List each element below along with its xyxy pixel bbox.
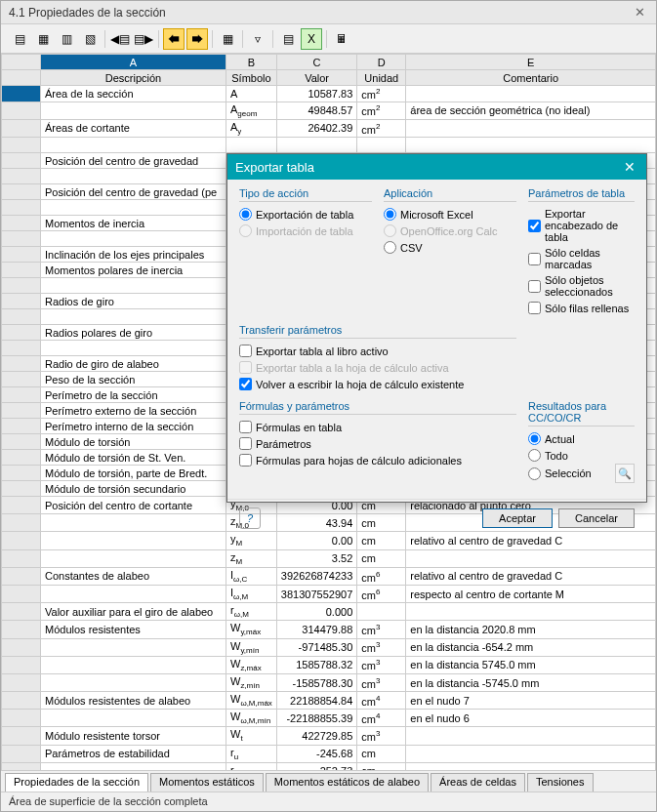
cell[interactable]: Iω,M	[226, 585, 277, 602]
cell[interactable]: Posición del centro de gravedad (pe	[41, 184, 226, 200]
cell[interactable]: cm2	[357, 86, 406, 102]
cell[interactable]: A	[226, 86, 277, 102]
cell[interactable]: 381307552907	[276, 585, 356, 602]
cell[interactable]	[357, 138, 406, 153]
cell[interactable]: 26402.39	[276, 119, 356, 137]
row-header[interactable]	[2, 466, 41, 481]
cell[interactable]: 3.52	[276, 549, 356, 567]
cell[interactable]: cm2	[357, 102, 406, 119]
corner-cell[interactable]	[2, 55, 41, 70]
table-row[interactable]: Áreas de cortanteAy26402.39cm2	[2, 119, 656, 137]
cell[interactable]: Wω,M,mín	[226, 710, 277, 727]
hdr-val[interactable]: Valor	[276, 70, 356, 86]
row-header[interactable]	[2, 514, 41, 532]
pick-selection-icon[interactable]: 🔍	[615, 464, 635, 483]
cell[interactable]	[41, 532, 226, 549]
table-row[interactable]: Wz,máx1585788.32cm3en la distancia 5745.…	[2, 656, 656, 673]
cell[interactable]	[406, 745, 656, 762]
cell[interactable]: cm3	[357, 621, 406, 638]
check-active-book[interactable]: Exportar tabla al libro activo	[239, 343, 516, 359]
cell[interactable]: -22188855.39	[276, 710, 356, 727]
row-header[interactable]	[2, 692, 41, 710]
row-header[interactable]	[2, 86, 41, 102]
table-row[interactable]: rM,v-252.73cm	[2, 762, 656, 770]
cell[interactable]: cm2	[357, 119, 406, 137]
cell[interactable]: Wt	[226, 727, 277, 745]
cell[interactable]	[41, 710, 226, 727]
row-header[interactable]	[2, 403, 41, 419]
row-header[interactable]	[2, 387, 41, 403]
cell[interactable]: Momentos de inercia	[41, 216, 226, 231]
check-extra-sheets[interactable]: Fórmulas para hojas de cálculo adicional…	[239, 452, 516, 468]
row-header[interactable]	[2, 119, 41, 137]
filter-icon[interactable]: ▿	[247, 28, 268, 50]
cell[interactable]: Módulos resistentes	[41, 621, 226, 638]
sheet-tab[interactable]: Momentos estáticos	[150, 773, 264, 792]
row-header[interactable]	[2, 450, 41, 466]
row-header[interactable]	[2, 200, 41, 216]
row-header[interactable]	[2, 434, 41, 450]
tb-btn-1[interactable]: ▤	[9, 28, 30, 50]
row-header[interactable]	[2, 567, 41, 585]
row-header[interactable]	[2, 762, 41, 770]
cell[interactable]	[41, 762, 226, 770]
radio-all-input[interactable]	[528, 449, 541, 462]
cell[interactable]: Wz,mín	[226, 673, 277, 691]
cell[interactable]: Wω,M,máx	[226, 692, 277, 710]
cell[interactable]: en la distancia -654.2 mm	[406, 638, 656, 656]
row-header[interactable]	[2, 169, 41, 184]
table-row[interactable]: Módulos resistentes de alabeoWω,M,máx221…	[2, 692, 656, 710]
table-row[interactable]: Módulos resistentesWy,máx314479.88cm3en …	[2, 621, 656, 638]
check-rewrite[interactable]: Volver a escribir la hoja de cálculo exi…	[239, 376, 516, 392]
check-selected[interactable]: Sólo objetos seleccionados	[528, 272, 635, 300]
cell[interactable]	[41, 102, 226, 119]
cell[interactable]: Radios de giro	[41, 294, 226, 309]
check-selected-input[interactable]	[528, 280, 541, 293]
col-B[interactable]: B	[226, 55, 277, 70]
row-header[interactable]	[2, 102, 41, 119]
cell[interactable]: cm	[357, 745, 406, 762]
row-header[interactable]	[2, 372, 41, 387]
cell[interactable]: ru	[226, 745, 277, 762]
tb-btn-3[interactable]: ▥	[56, 28, 77, 50]
table-row[interactable]	[2, 138, 656, 153]
table-row[interactable]: zM3.52cm	[2, 549, 656, 567]
cell[interactable]	[41, 549, 226, 567]
cell[interactable]: Módulo de torsión de St. Ven.	[41, 450, 226, 466]
row-header[interactable]	[2, 278, 41, 294]
cell[interactable]	[406, 727, 656, 745]
radio-export-input[interactable]	[239, 208, 252, 221]
cell[interactable]: Perímetro interno de la sección	[41, 419, 226, 434]
ok-button[interactable]: Aceptar	[482, 508, 553, 528]
check-formulas[interactable]: Fórmulas en tabla	[239, 419, 516, 435]
col-D[interactable]: D	[357, 55, 406, 70]
cell[interactable]: 314479.88	[276, 621, 356, 638]
row-header[interactable]	[2, 638, 41, 656]
radio-actual-input[interactable]	[528, 432, 541, 445]
table-row[interactable]: Iω,M381307552907cm6respecto al centro de…	[2, 585, 656, 602]
row-header[interactable]	[2, 419, 41, 434]
tb-btn-5[interactable]: ◀▤	[109, 28, 131, 50]
cell[interactable]: cm3	[357, 673, 406, 691]
check-marked[interactable]: Sólo celdas marcadas	[528, 245, 635, 272]
cell[interactable]	[406, 549, 656, 567]
check-parameters[interactable]: Parámetros	[239, 435, 516, 452]
row-header[interactable]	[2, 356, 41, 372]
cell[interactable]	[41, 638, 226, 656]
table-row[interactable]: Valor auxiliar para el giro de alabeorω,…	[2, 603, 656, 621]
row-header[interactable]	[2, 549, 41, 567]
cell[interactable]: -971485.30	[276, 638, 356, 656]
row-header[interactable]	[2, 309, 41, 325]
cell[interactable]: Áreas de cortante	[41, 119, 226, 137]
check-parameters-input[interactable]	[239, 437, 252, 450]
cell[interactable]: respecto al centro de cortante M	[406, 585, 656, 602]
cell[interactable]	[41, 673, 226, 691]
cell[interactable]: en la distancia -5745.0 mm	[406, 673, 656, 691]
cell[interactable]: Iω,C	[226, 567, 277, 585]
check-header-input[interactable]	[528, 220, 541, 232]
table-row[interactable]: Módulo resistente torsorWt422729.85cm3	[2, 727, 656, 745]
tb-btn-7[interactable]: 🡄	[163, 28, 185, 50]
cell[interactable]: en la distancia 2020.8 mm	[406, 621, 656, 638]
cell[interactable]	[41, 169, 226, 184]
cell[interactable]: relativo al centro de gravedad C	[406, 567, 656, 585]
